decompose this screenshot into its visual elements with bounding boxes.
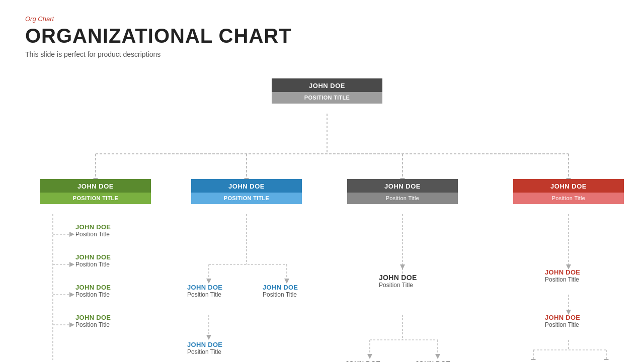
org-chart: JOHN DOE POSITION TITLE JOHN DOE POSITIO…: [25, 68, 619, 360]
green-sub-1-name: JOHN DOE: [75, 223, 111, 231]
darkgray-sub-3-name: JOHN DOE: [415, 360, 450, 362]
darkgray-sub-2-name: JOHN DOE: [345, 360, 380, 362]
blue-sub-2: JOHN DOE Position Title: [263, 284, 298, 298]
darkgray-sub-1: JOHN DOE Position Title: [379, 274, 417, 289]
blue-header-title: POSITION TITLE: [191, 193, 302, 204]
green-sub-3-title: Position Title: [75, 291, 111, 298]
red-header-title: Position Title: [513, 193, 624, 204]
svg-marker-15: [69, 232, 74, 237]
green-sub-4-name: JOHN DOE: [75, 314, 111, 321]
blue-sub-1-name: JOHN DOE: [187, 284, 222, 291]
svg-marker-35: [435, 354, 440, 359]
darkgray-header-title: Position Title: [347, 193, 458, 204]
svg-marker-29: [400, 264, 405, 269]
blue-sub-1-title: Position Title: [187, 291, 222, 298]
green-sub-1: JOHN DOE Position Title: [75, 223, 111, 238]
slide: Org Chart ORGANIZATIONAL CHART This slid…: [0, 0, 644, 362]
main-title: ORGANIZATIONAL CHART: [25, 25, 619, 47]
red-sub-1: JOHN DOE Position Title: [545, 268, 580, 283]
red-sub-2-title: Position Title: [545, 321, 580, 328]
blue-header-box: JOHN DOE POSITION TITLE: [191, 179, 302, 204]
green-sub-4: JOHN DOE Position Title: [75, 314, 111, 328]
blue-sub-2-title: Position Title: [263, 291, 298, 298]
tag-label: Org Chart: [25, 15, 619, 23]
darkgray-sub-1-title: Position Title: [379, 282, 417, 289]
green-header-title: POSITION TITLE: [40, 193, 151, 204]
green-sub-2: JOHN DOE Position Title: [75, 253, 111, 268]
red-header-name: JOHN DOE: [513, 179, 624, 193]
svg-marker-45: [604, 359, 609, 360]
blue-sub-3-title: Position Title: [187, 348, 222, 355]
darkgray-sub-1-name: JOHN DOE: [379, 274, 417, 282]
red-sub-2-name: JOHN DOE: [545, 314, 580, 321]
red-sub-1-title: Position Title: [545, 276, 580, 283]
green-sub-1-title: Position Title: [75, 231, 111, 238]
svg-marker-44: [531, 359, 536, 360]
green-sub-4-title: Position Title: [75, 321, 111, 328]
root-title: POSITION TITLE: [272, 92, 382, 104]
root-name: JOHN DOE: [272, 78, 382, 92]
svg-marker-17: [69, 292, 74, 297]
red-header-box: JOHN DOE Position Title: [513, 179, 624, 204]
red-sub-1-name: JOHN DOE: [545, 268, 580, 276]
subtitle: This slide is perfect for product descri…: [25, 50, 619, 58]
blue-sub-3-name: JOHN DOE: [187, 341, 222, 348]
root-box: JOHN DOE POSITION TITLE: [272, 78, 382, 104]
svg-marker-26: [206, 335, 211, 340]
green-header-box: JOHN DOE POSITION TITLE: [40, 179, 151, 204]
svg-marker-18: [69, 322, 74, 327]
green-sub-2-title: Position Title: [75, 261, 111, 268]
svg-marker-16: [69, 262, 74, 267]
darkgray-sub-2: JOHN DOE Position Title: [345, 360, 380, 362]
blue-sub-3: JOHN DOE Position Title: [187, 341, 222, 355]
connectors-svg: [25, 68, 619, 360]
svg-marker-23: [206, 279, 211, 284]
green-sub-3: JOHN DOE Position Title: [75, 284, 111, 298]
darkgray-header-box: JOHN DOE Position Title: [347, 179, 458, 204]
svg-marker-34: [367, 354, 372, 359]
green-header-name: JOHN DOE: [40, 179, 151, 193]
blue-sub-1: JOHN DOE Position Title: [187, 284, 222, 298]
green-sub-2-name: JOHN DOE: [75, 253, 111, 261]
red-sub-2: JOHN DOE Position Title: [545, 314, 580, 328]
darkgray-sub-3: JOHN DOE Position Title: [415, 360, 450, 362]
blue-header-name: JOHN DOE: [191, 179, 302, 193]
green-sub-3-name: JOHN DOE: [75, 284, 111, 291]
svg-marker-24: [284, 279, 289, 284]
darkgray-header-name: JOHN DOE: [347, 179, 458, 193]
blue-sub-2-name: JOHN DOE: [263, 284, 298, 291]
